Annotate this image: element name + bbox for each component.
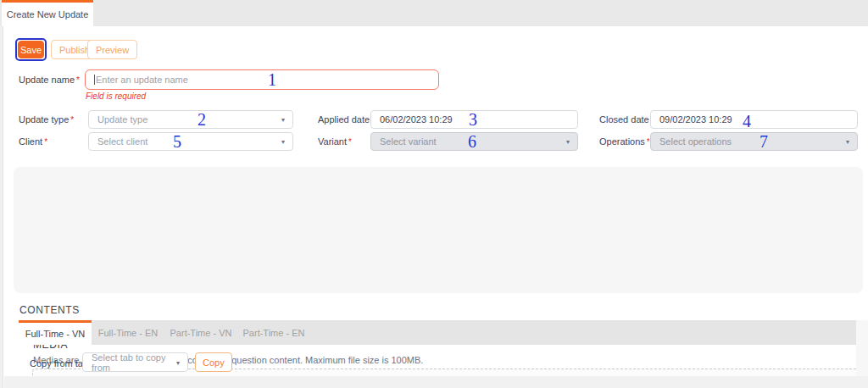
annotation-6: 6 — [468, 133, 476, 150]
window-tab-bar: Create New Update — [0, 0, 868, 26]
operations-select[interactable]: Select operations ▾ — [650, 132, 858, 151]
text-cursor — [94, 75, 95, 85]
tab-label: Create New Update — [7, 9, 89, 19]
variant-label: Variant* — [318, 136, 352, 147]
copy-from-tab-select[interactable]: Select tab to copy from ▾ — [82, 352, 188, 372]
tab-part-time-en[interactable]: Part-Time - EN — [237, 320, 310, 345]
copy-button[interactable]: Copy — [195, 352, 232, 372]
chevron-down-icon: ▾ — [176, 358, 180, 366]
tab-create-new-update[interactable]: Create New Update — [2, 0, 93, 26]
required-asterisk: * — [348, 137, 352, 147]
client-select[interactable]: Select client ▾ — [88, 132, 293, 151]
page-bottom-band — [4, 376, 868, 388]
update-name-label: Update name* — [19, 75, 80, 85]
closed-date-input[interactable]: 09/02/2023 10:29 — [650, 110, 858, 129]
annotation-2: 2 — [198, 111, 206, 128]
tab-full-time-en[interactable]: Full-Time - EN — [92, 320, 164, 345]
applied-date-label: Applied date* — [318, 114, 375, 125]
client-label: Client* — [19, 136, 47, 147]
field-required-error: Field is required — [86, 91, 146, 101]
update-type-label: Update type* — [19, 114, 74, 125]
copy-from-tab-label: Copy from tab — [30, 358, 88, 369]
save-button[interactable]: Save — [18, 41, 44, 58]
chevron-down-icon: ▾ — [566, 138, 570, 146]
left-page-edge — [0, 26, 3, 388]
tab-strip-right-gap — [856, 320, 868, 376]
create-update-page: Create New Update Save Publish Preview U… — [0, 0, 868, 388]
preview-button[interactable]: Preview — [87, 40, 137, 59]
update-type-select[interactable]: Update type ▾ — [88, 110, 293, 129]
chevron-down-icon: ▾ — [281, 116, 285, 124]
required-asterisk: * — [70, 115, 74, 125]
tab-full-time-vn[interactable]: Full-Time - VN — [19, 320, 92, 345]
contents-tab-strip: Full-Time - VN Full-Time - EN Part-Time … — [19, 320, 856, 345]
annotation-3: 3 — [469, 111, 477, 128]
closed-date-label: Closed date* — [599, 114, 654, 125]
required-asterisk: * — [44, 137, 47, 147]
chevron-down-icon: ▾ — [846, 138, 849, 146]
contents-section-title: CONTENTS — [19, 304, 80, 316]
operations-label: Operations* — [599, 136, 650, 147]
update-name-placeholder: Enter an update name — [96, 75, 188, 85]
required-asterisk: * — [76, 75, 80, 85]
save-button-focus-ring: Save — [15, 38, 47, 61]
media-section: MEDIA Medias are used to embed to update… — [14, 167, 863, 293]
chevron-down-icon: ▾ — [281, 138, 285, 146]
annotation-7: 7 — [760, 133, 768, 150]
annotation-4: 4 — [743, 113, 751, 130]
tab-part-time-vn[interactable]: Part-Time - VN — [164, 320, 237, 345]
annotation-1: 1 — [268, 71, 276, 88]
update-name-input[interactable]: Enter an update name — [85, 69, 439, 90]
annotation-5: 5 — [173, 133, 181, 150]
